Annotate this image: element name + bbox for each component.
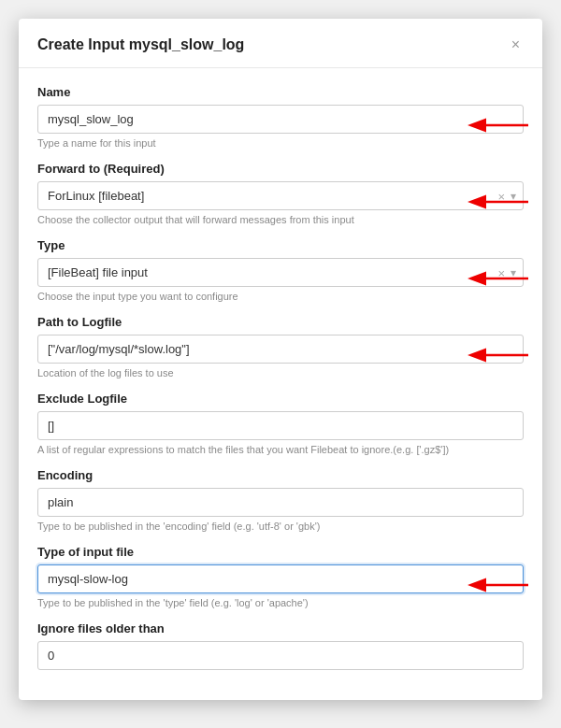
type-value: [FileBeat] file input (48, 265, 467, 279)
forward-to-clear-icon[interactable]: × (497, 189, 505, 203)
forward-to-label: Forward to (Required) (37, 162, 524, 176)
name-hint: Type a name for this input (37, 137, 524, 149)
type-select[interactable]: [FileBeat] file input × ▾ (37, 258, 524, 287)
type-hint: Choose the input type you want to config… (37, 291, 524, 302)
forward-to-chevron-icon[interactable]: ▾ (511, 190, 516, 203)
path-hint: Location of the log files to use (37, 367, 524, 378)
path-field-group: Path to Logfile Location of the log file… (37, 315, 524, 378)
exclude-hint: A list of regular expressions to match t… (37, 444, 524, 455)
modal-header: Create Input mysql_slow_log × (19, 19, 542, 68)
name-label: Name (37, 85, 524, 99)
encoding-label: Encoding (37, 468, 524, 482)
type-controls: × ▾ (497, 265, 516, 279)
forward-to-select[interactable]: ForLinux [filebeat] × ▾ (37, 181, 524, 210)
type-chevron-icon[interactable]: ▾ (511, 266, 516, 279)
close-button[interactable]: × (508, 36, 524, 54)
encoding-input[interactable] (37, 488, 524, 517)
create-input-modal: Create Input mysql_slow_log × Name Type … (19, 19, 542, 700)
type-label: Type (37, 238, 524, 252)
name-field-group: Name Type a name for this input (37, 85, 524, 149)
encoding-hint: Type to be published in the 'encoding' f… (37, 521, 524, 532)
forward-to-controls: × ▾ (497, 189, 516, 203)
name-input[interactable] (37, 105, 524, 134)
type-clear-icon[interactable]: × (497, 265, 505, 279)
forward-to-select-wrapper: ForLinux [filebeat] × ▾ (37, 181, 524, 210)
type-input-file-input[interactable] (37, 564, 524, 593)
type-input-hint: Type to be published in the 'type' field… (37, 597, 524, 608)
ignore-files-field-group: Ignore files older than (37, 621, 524, 670)
forward-to-hint: Choose the collector output that will fo… (37, 214, 524, 225)
exclude-field-group: Exclude Logfile A list of regular expres… (37, 392, 524, 455)
ignore-files-label: Ignore files older than (37, 621, 524, 635)
ignore-files-input[interactable] (37, 641, 524, 670)
modal-title: Create Input mysql_slow_log (37, 36, 244, 53)
type-input-field-group: Type of input file Type to be published … (37, 545, 524, 608)
encoding-field-group: Encoding Type to be published in the 'en… (37, 468, 524, 532)
path-input[interactable] (37, 335, 524, 364)
type-field-group: Type [FileBeat] file input × ▾ (37, 238, 524, 302)
type-input-label: Type of input file (37, 545, 524, 559)
forward-to-value: ForLinux [filebeat] (48, 189, 467, 203)
modal-body: Name Type a name for this input Forward … (19, 68, 542, 700)
exclude-label: Exclude Logfile (37, 392, 524, 406)
type-select-wrapper: [FileBeat] file input × ▾ (37, 258, 524, 287)
forward-to-field-group: Forward to (Required) ForLinux [filebeat… (37, 162, 524, 225)
exclude-input[interactable] (37, 411, 524, 440)
path-label: Path to Logfile (37, 315, 524, 329)
